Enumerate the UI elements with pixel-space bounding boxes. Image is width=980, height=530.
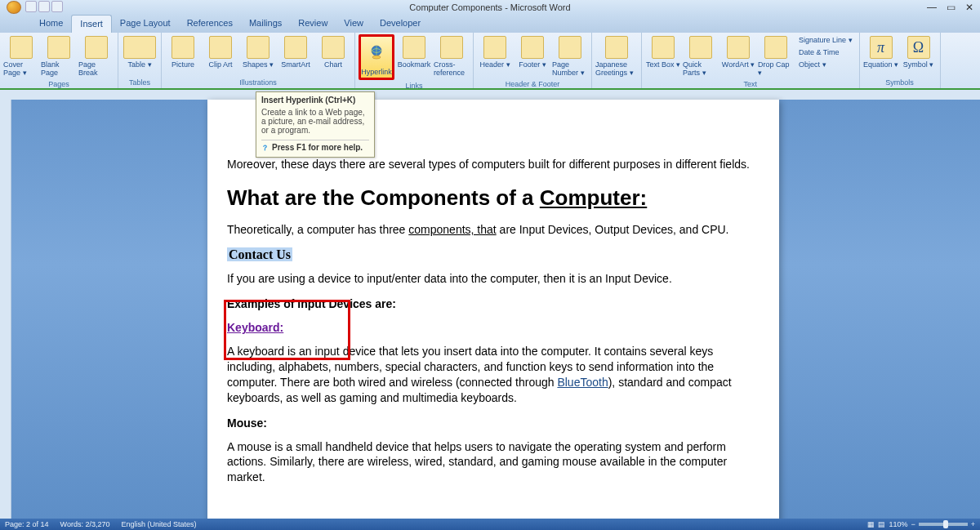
group-pages-label: Pages bbox=[48, 78, 69, 90]
shapes-button[interactable]: Shapes ▾ bbox=[240, 34, 276, 70]
picture-label: Picture bbox=[172, 60, 194, 69]
date-time-button[interactable]: Date & Time bbox=[795, 47, 856, 58]
shapes-label: Shapes ▾ bbox=[243, 60, 274, 69]
header-button[interactable]: Header ▾ bbox=[477, 34, 513, 70]
window-title: Computer Components - Microsoft Word bbox=[409, 2, 570, 12]
smartart-button[interactable]: SmartArt bbox=[278, 34, 314, 70]
group-greetings: Japanese Greetings ▾ bbox=[592, 33, 642, 88]
document-page[interactable]: Moreover, these days there are several t… bbox=[207, 100, 779, 524]
status-zoom[interactable]: 110% bbox=[889, 520, 907, 528]
quickparts-label: Quick Parts ▾ bbox=[683, 60, 719, 77]
bookmark-label: Bookmark bbox=[398, 60, 431, 69]
office-button[interactable] bbox=[7, 1, 21, 14]
link-keyboard[interactable]: Keyboard: bbox=[227, 321, 283, 334]
dropcap-button[interactable]: Drop Cap ▾ bbox=[758, 34, 794, 78]
page-number-button[interactable]: Page Number ▾ bbox=[552, 34, 588, 78]
wordart-icon bbox=[727, 36, 750, 59]
footer-button[interactable]: Footer ▾ bbox=[514, 34, 550, 70]
group-pages: Cover Page ▾ Blank Page Page Break Pages bbox=[0, 33, 118, 88]
pi-icon: π bbox=[870, 36, 893, 59]
table-icon bbox=[123, 36, 156, 59]
tooltip-body: Create a link to a Web page, a picture, … bbox=[261, 108, 369, 135]
object-button[interactable]: Object ▾ bbox=[795, 59, 856, 70]
greetings-icon bbox=[605, 36, 628, 59]
dropcap-label: Drop Cap ▾ bbox=[758, 60, 794, 77]
shapes-icon bbox=[247, 36, 270, 59]
horizontal-ruler[interactable] bbox=[0, 90, 980, 100]
greetings-label: Japanese Greetings ▾ bbox=[595, 60, 638, 77]
signature-line-button[interactable]: Signature Line ▾ bbox=[795, 34, 856, 46]
table-label: Table ▾ bbox=[127, 60, 151, 69]
chart-button[interactable]: Chart bbox=[315, 34, 351, 70]
maximize-button[interactable]: ▭ bbox=[947, 2, 956, 13]
globe-chain-icon bbox=[363, 38, 390, 66]
symbol-label: Symbol ▾ bbox=[903, 60, 934, 69]
svg-point-1 bbox=[372, 56, 381, 59]
table-button[interactable]: Table ▾ bbox=[122, 34, 158, 70]
tab-review[interactable]: Review bbox=[290, 15, 336, 33]
ribbon-tabs: Home Insert Page Layout References Maili… bbox=[0, 15, 980, 33]
picture-button[interactable]: Picture bbox=[165, 34, 201, 70]
tab-home[interactable]: Home bbox=[31, 15, 71, 33]
qat-redo-icon[interactable] bbox=[51, 1, 63, 12]
textbox-label: Text Box ▾ bbox=[646, 60, 680, 69]
blank-page-button[interactable]: Blank Page bbox=[41, 34, 77, 78]
selected-text-contact-us[interactable]: Contact Us bbox=[227, 247, 292, 261]
hyperlink-button[interactable]: Hyperlink bbox=[359, 34, 394, 80]
tab-references[interactable]: References bbox=[179, 15, 241, 33]
page-icon bbox=[10, 36, 33, 59]
textbox-button[interactable]: Text Box ▾ bbox=[645, 34, 681, 70]
page-number-icon bbox=[559, 36, 581, 59]
clipart-button[interactable]: Clip Art bbox=[203, 34, 238, 70]
vertical-ruler[interactable] bbox=[0, 100, 11, 519]
close-button[interactable]: ✕ bbox=[965, 2, 973, 13]
quickparts-button[interactable]: Quick Parts ▾ bbox=[683, 34, 719, 78]
omega-icon: Ω bbox=[907, 36, 930, 59]
dropcap-icon bbox=[764, 36, 787, 59]
link-bluetooth[interactable]: BlueTooth bbox=[557, 376, 608, 389]
equation-button[interactable]: πEquation ▾ bbox=[863, 34, 899, 70]
status-words[interactable]: Words: 2/3,270 bbox=[60, 520, 110, 528]
bookmark-button[interactable]: Bookmark bbox=[396, 34, 432, 70]
textbox-icon bbox=[652, 36, 675, 59]
zoom-in-button[interactable]: + bbox=[971, 520, 975, 528]
cover-page-button[interactable]: Cover Page ▾ bbox=[3, 34, 39, 78]
group-illustrations: Picture Clip Art Shapes ▾ SmartArt Chart… bbox=[162, 33, 355, 88]
page-break-button[interactable]: Page Break bbox=[78, 34, 114, 78]
heading-components: What are the Components of a Computer: bbox=[227, 184, 760, 212]
statusbar: Page: 2 of 14 Words: 2/3,270 English (Un… bbox=[0, 519, 980, 530]
tab-mailings[interactable]: Mailings bbox=[241, 15, 290, 33]
tooltip-foot: Press F1 for more help. bbox=[261, 140, 369, 154]
crossref-button[interactable]: Cross-reference bbox=[434, 34, 470, 78]
smartart-icon bbox=[284, 36, 307, 59]
header-label: Header ▾ bbox=[479, 60, 510, 69]
greetings-button[interactable]: Japanese Greetings ▾ bbox=[595, 34, 638, 78]
chart-icon bbox=[322, 36, 345, 59]
tab-view[interactable]: View bbox=[336, 15, 372, 33]
para-keyboard: A keyboard is an input device that lets … bbox=[227, 344, 760, 406]
wordart-button[interactable]: WordArt ▾ bbox=[720, 34, 756, 70]
group-symbols: πEquation ▾ ΩSymbol ▾ Symbols bbox=[860, 33, 941, 88]
zoom-out-button[interactable]: − bbox=[911, 520, 915, 528]
qat-undo-icon[interactable] bbox=[38, 1, 50, 12]
group-illustrations-label: Illustrations bbox=[239, 77, 277, 88]
tab-page-layout[interactable]: Page Layout bbox=[112, 15, 179, 33]
zoom-slider[interactable] bbox=[919, 523, 968, 526]
status-page[interactable]: Page: 2 of 14 bbox=[5, 520, 49, 528]
status-lang[interactable]: English (United States) bbox=[121, 520, 196, 528]
para-theoretical: Theoretically, a computer has three comp… bbox=[227, 222, 760, 238]
qat-save-icon[interactable] bbox=[25, 1, 37, 12]
view-web-icon[interactable]: ▤ bbox=[878, 520, 885, 528]
hyperlink-label: Hyperlink bbox=[361, 68, 392, 76]
view-print-layout-icon[interactable]: ▦ bbox=[867, 520, 875, 528]
para-mouse: A mouse is a small handheld device that … bbox=[227, 439, 760, 486]
tab-developer[interactable]: Developer bbox=[372, 15, 429, 33]
blank-page-label: Blank Page bbox=[41, 60, 77, 77]
tab-insert[interactable]: Insert bbox=[71, 15, 112, 33]
symbol-button[interactable]: ΩSymbol ▾ bbox=[901, 34, 937, 70]
edit-area: Moreover, these days there are several t… bbox=[0, 100, 980, 519]
minimize-button[interactable]: — bbox=[927, 2, 937, 13]
group-hf-label: Header & Footer bbox=[506, 78, 560, 90]
smartart-label: SmartArt bbox=[281, 60, 310, 69]
group-tables-label: Tables bbox=[129, 77, 150, 88]
